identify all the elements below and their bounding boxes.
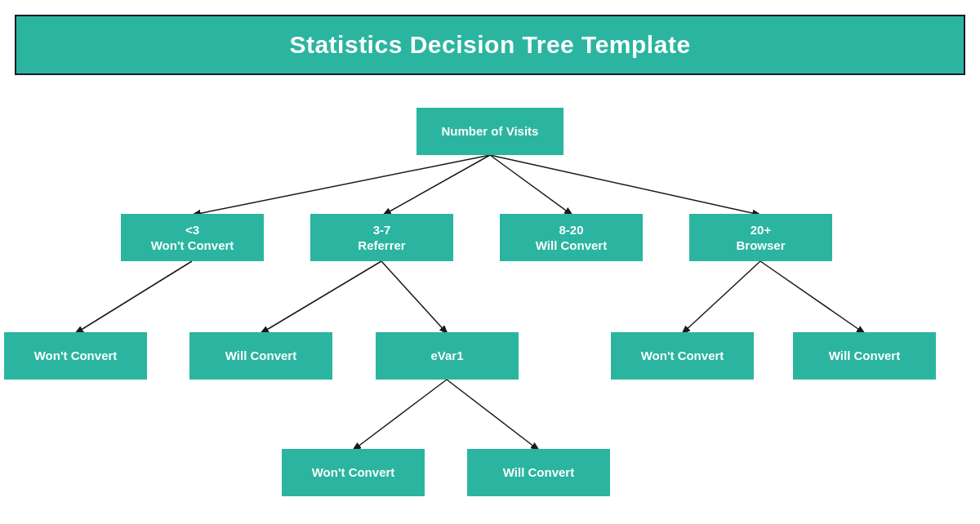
header-title: Statistics Decision Tree Template xyxy=(289,31,690,58)
node-wont1: Won't Convert xyxy=(4,332,147,380)
svg-line-3 xyxy=(490,155,760,215)
svg-line-0 xyxy=(194,155,490,215)
svg-line-6 xyxy=(381,261,447,333)
svg-line-9 xyxy=(354,380,447,450)
tree-container: Number of Visits <3Won't Convert 3-7Refe… xyxy=(0,75,980,524)
node-will1: Will Convert xyxy=(189,332,332,380)
svg-line-7 xyxy=(683,261,760,333)
svg-line-1 xyxy=(384,155,490,215)
node-will2: Will Convert xyxy=(793,332,936,380)
node-wont2: Won't Convert xyxy=(611,332,754,380)
svg-line-10 xyxy=(447,380,538,450)
header: Statistics Decision Tree Template xyxy=(15,15,965,75)
node-will3: Will Convert xyxy=(467,449,610,496)
svg-line-2 xyxy=(490,155,572,215)
node-820: 8-20Will Convert xyxy=(500,214,643,261)
node-evar1: eVar1 xyxy=(376,332,519,380)
node-wont3: Won't Convert xyxy=(282,449,425,496)
node-20p: 20+Browser xyxy=(689,214,832,261)
svg-line-4 xyxy=(76,261,192,333)
svg-line-8 xyxy=(760,261,864,333)
node-root: Number of Visits xyxy=(416,108,564,155)
node-37: 3-7Referrer xyxy=(310,214,453,261)
node-lt3: <3Won't Convert xyxy=(121,214,264,261)
svg-line-5 xyxy=(261,261,381,333)
